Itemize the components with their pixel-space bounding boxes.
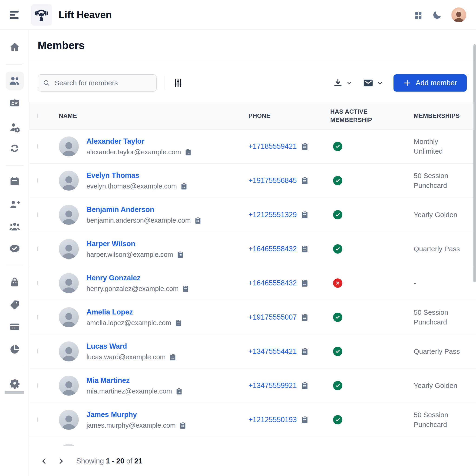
sidebar-item-checkins[interactable] xyxy=(0,242,29,255)
copy-email-clipboard-icon[interactable] xyxy=(180,183,188,190)
row-checkbox[interactable] xyxy=(37,383,38,388)
filter-button[interactable] xyxy=(173,78,183,88)
member-name-link[interactable]: Harper Wilson xyxy=(86,240,184,248)
phone-cell: +12125550193 xyxy=(248,416,330,424)
row-checkbox[interactable] xyxy=(37,315,38,319)
membership-status xyxy=(333,381,342,390)
copy-email-clipboard-icon[interactable] xyxy=(184,148,192,156)
member-phone-link[interactable]: +19175555007 xyxy=(248,313,297,322)
member-phone-link[interactable]: +12125551329 xyxy=(248,211,297,219)
sidebar-item-settings[interactable] xyxy=(0,377,29,390)
sidebar-item-shop[interactable] xyxy=(0,276,29,289)
copy-phone-clipboard-icon[interactable] xyxy=(301,381,309,390)
select-all-checkbox[interactable] xyxy=(37,114,38,118)
copy-email-clipboard-icon[interactable] xyxy=(174,319,182,327)
plus-icon xyxy=(403,79,411,87)
copy-phone-clipboard-icon[interactable] xyxy=(301,347,309,356)
sidebar-item-id-card[interactable] xyxy=(0,96,29,109)
sidebar-item-user-settings[interactable] xyxy=(0,121,29,134)
app-logo xyxy=(31,4,51,26)
copy-email-clipboard-icon[interactable] xyxy=(182,285,189,293)
copy-email-clipboard-icon[interactable] xyxy=(175,388,183,395)
row-checkbox[interactable] xyxy=(37,247,38,251)
search-box xyxy=(38,74,157,92)
table-row: Mia Martinez mia.martinez@example.com +1… xyxy=(29,369,476,403)
member-email: james.murphy@example.com xyxy=(86,422,176,429)
member-name-link[interactable]: Mia Martinez xyxy=(86,376,183,385)
member-avatar xyxy=(59,410,79,430)
row-checkbox[interactable] xyxy=(37,281,38,285)
member-phone-link[interactable]: +13475559921 xyxy=(248,381,297,390)
page-scrollbar-thumb[interactable] xyxy=(474,44,476,282)
copy-phone-clipboard-icon[interactable] xyxy=(301,211,309,219)
copy-phone-clipboard-icon[interactable] xyxy=(301,176,309,185)
copy-email-clipboard-icon[interactable] xyxy=(194,217,202,224)
copy-email-clipboard-icon[interactable] xyxy=(169,353,177,361)
member-phone-link[interactable]: +13475554421 xyxy=(248,347,297,356)
gear-icon xyxy=(9,378,20,389)
sidebar-item-add-member[interactable] xyxy=(0,198,29,211)
hamburger-menu-icon[interactable] xyxy=(10,11,20,19)
member-phone-link[interactable]: +16465558432 xyxy=(248,279,297,287)
sidebar-item-calendar[interactable] xyxy=(0,175,29,188)
member-name-link[interactable]: James Murphy xyxy=(86,410,187,419)
member-name-link[interactable]: Evelyn Thomas xyxy=(86,171,188,180)
row-checkbox[interactable] xyxy=(37,178,38,183)
sidebar-scroll-indicator[interactable] xyxy=(5,391,24,394)
copy-phone-clipboard-icon[interactable] xyxy=(301,279,309,287)
add-member-button[interactable]: Add member xyxy=(393,74,467,92)
member-phone-link[interactable]: +16465558432 xyxy=(248,245,297,253)
row-checkbox[interactable] xyxy=(37,349,38,354)
copy-email-clipboard-icon[interactable] xyxy=(176,251,184,258)
sidebar-divider xyxy=(6,166,24,166)
export-download-button[interactable] xyxy=(333,78,353,88)
member-phone-link[interactable]: +17185559421 xyxy=(248,142,297,151)
phone-cell: +12125551329 xyxy=(248,211,330,219)
member-phone-link[interactable]: +12125550193 xyxy=(248,416,297,424)
member-name-link[interactable]: Lucas Ward xyxy=(86,342,177,351)
member-membership: 50 Session Punchcard xyxy=(414,171,468,190)
sliders-filter-icon xyxy=(173,78,183,88)
row-checkbox[interactable] xyxy=(37,417,38,422)
member-membership: Yearly Golden xyxy=(414,210,468,220)
sidebar-item-reports[interactable] xyxy=(0,343,29,356)
member-name-link[interactable]: Henry Gonzalez xyxy=(86,274,189,282)
users-group-icon xyxy=(9,221,20,232)
email-members-button[interactable] xyxy=(363,78,383,88)
member-name-link[interactable]: Benjamin Anderson xyxy=(86,205,202,214)
copy-phone-clipboard-icon[interactable] xyxy=(301,142,309,151)
moon-icon[interactable] xyxy=(432,10,442,20)
member-name-link[interactable]: Amelia Lopez xyxy=(86,308,182,316)
member-email: amelia.lopez@example.com xyxy=(86,319,171,327)
member-phone-link[interactable]: +19175556845 xyxy=(248,176,297,185)
sidebar-item-members[interactable] xyxy=(0,74,29,87)
member-email: harper.wilson@example.com xyxy=(86,251,173,258)
next-page-button[interactable] xyxy=(57,457,65,465)
row-checkbox[interactable] xyxy=(37,212,38,217)
copy-phone-clipboard-icon[interactable] xyxy=(301,313,309,322)
apps-grid-icon[interactable] xyxy=(414,10,423,19)
previous-page-button[interactable] xyxy=(40,457,48,465)
sidebar-item-groups[interactable] xyxy=(0,220,29,233)
add-member-label: Add member xyxy=(416,79,457,87)
download-icon xyxy=(333,78,343,88)
search-input[interactable] xyxy=(54,79,151,87)
copy-email-clipboard-icon[interactable] xyxy=(179,422,187,429)
sidebar-item-billing[interactable] xyxy=(0,320,29,333)
sidebar-item-tags[interactable] xyxy=(0,298,29,311)
profile-avatar[interactable] xyxy=(451,7,466,22)
copy-phone-clipboard-icon[interactable] xyxy=(301,245,309,253)
sidebar-item-home[interactable] xyxy=(0,40,29,53)
total-count: 21 xyxy=(134,457,142,465)
member-name-link[interactable]: Alexander Taylor xyxy=(86,137,192,146)
member-membership: Quarterly Pass xyxy=(414,347,468,356)
phone-cell: +17185559421 xyxy=(248,142,330,151)
membership-status xyxy=(333,210,342,220)
phone-cell: +19175555007 xyxy=(248,313,330,322)
pagination-bar: Showing 1 - 20 of 21 xyxy=(29,446,476,476)
row-checkbox[interactable] xyxy=(37,144,38,149)
sidebar-item-sync[interactable] xyxy=(0,142,29,155)
email-row: benjamin.anderson@example.com xyxy=(86,217,202,224)
barbell-logo-icon xyxy=(34,7,49,22)
copy-phone-clipboard-icon[interactable] xyxy=(301,416,309,424)
